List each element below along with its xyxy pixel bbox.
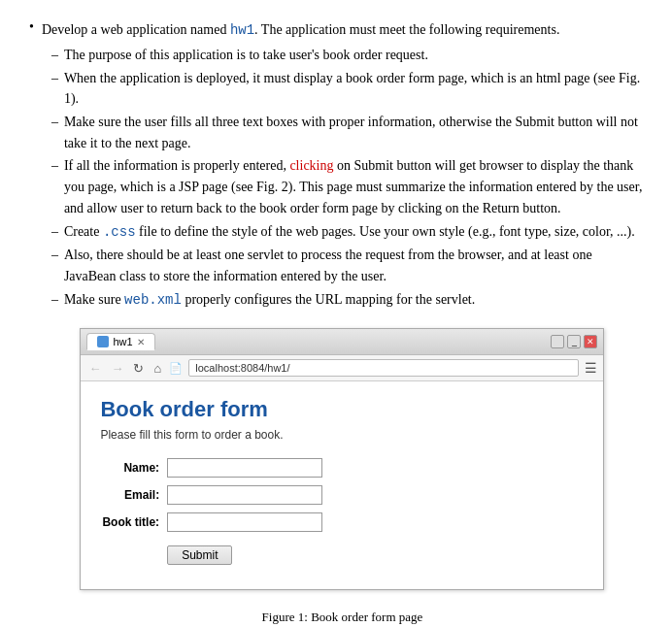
sub-text-6: Also, there should be at least one servl…	[64, 245, 643, 286]
window-controls: _ ✕	[551, 335, 597, 348]
name-row: Name:	[102, 455, 328, 480]
email-input[interactable]	[167, 485, 322, 505]
booktitle-row: Book title:	[102, 510, 328, 535]
booktitle-label: Book title:	[102, 510, 165, 535]
email-row: Email:	[102, 482, 328, 508]
sub-text-4: If all the information is properly enter…	[64, 155, 643, 218]
dash-6: –	[51, 245, 58, 286]
bullet-symbol: •	[29, 19, 34, 627]
sub-text-3: Make sure the user fills all three text …	[64, 112, 643, 153]
forward-button[interactable]: →	[109, 361, 125, 376]
submit-button[interactable]: Submit	[167, 545, 232, 565]
sub-text-1: The purpose of this application is to ta…	[64, 45, 643, 66]
dash-2: –	[51, 68, 58, 110]
dash-5: –	[51, 221, 58, 244]
restore-button[interactable]	[551, 335, 564, 348]
sub-item-4: – If all the information is properly ent…	[51, 155, 643, 218]
dash-7: –	[51, 289, 58, 312]
main-bullet-item: • Develop a web application named hw1. T…	[29, 19, 643, 627]
name-input[interactable]	[167, 458, 322, 478]
sub-text-2: When the application is deployed, it mus…	[64, 68, 643, 110]
browser-menu-icon[interactable]: ☰	[585, 360, 597, 376]
address-bar[interactable]	[188, 359, 579, 377]
webxml-code: web.xml	[124, 292, 182, 308]
app-name: hw1	[230, 22, 254, 38]
browser-page-content: Book order form Please fill this form to…	[81, 381, 603, 589]
browser-navbar: ← → ↻ ⌂ 📄 ☰	[81, 355, 603, 381]
sub-item-3: – Make sure the user fills all three tex…	[51, 112, 643, 153]
bullet-content: Develop a web application named hw1. The…	[42, 19, 643, 627]
close-button[interactable]: ✕	[584, 335, 597, 348]
minimize-button[interactable]: _	[567, 335, 581, 348]
sub-text-5: Create .css file to define the style of …	[64, 221, 643, 244]
back-button[interactable]: ←	[86, 361, 103, 376]
tab-close-button[interactable]: ✕	[137, 337, 145, 347]
form-title: Book order form	[100, 397, 584, 422]
intro-text: Develop a web application named hw1. The…	[42, 19, 643, 41]
page-icon: 📄	[169, 362, 183, 375]
dash-4: –	[51, 155, 58, 218]
reload-button[interactable]: ↻	[131, 361, 146, 376]
email-label: Email:	[102, 482, 165, 508]
sub-list: – The purpose of this application is to …	[51, 45, 643, 311]
sub-item-5: – Create .css file to define the style o…	[51, 221, 643, 244]
browser-mockup: hw1 ✕ _ ✕ ← → ↻ ⌂ 📄 ☰	[80, 328, 604, 590]
book-order-form: Name: Email: Book title: Submit	[100, 453, 330, 570]
sub-item-1: – The purpose of this application is to …	[51, 45, 643, 66]
booktitle-input[interactable]	[167, 512, 322, 532]
browser-tab[interactable]: hw1 ✕	[86, 333, 154, 350]
submit-row: Submit	[102, 537, 328, 568]
dash-1: –	[51, 45, 58, 66]
form-description: Please fill this form to order a book.	[100, 428, 584, 442]
css-code: .css	[103, 224, 136, 240]
figure-caption: Figure 1: Book order form page	[42, 608, 643, 627]
sub-item-6: – Also, there should be at least one ser…	[51, 245, 643, 286]
sub-text-7: Make sure web.xml properly configures th…	[64, 289, 643, 312]
browser-titlebar: hw1 ✕ _ ✕	[81, 329, 603, 355]
tab-favicon	[97, 336, 109, 347]
clicking-highlight: clicking	[289, 158, 333, 173]
tab-area: hw1 ✕	[86, 333, 545, 350]
sub-item-2: – When the application is deployed, it m…	[51, 68, 643, 110]
sub-item-7: – Make sure web.xml properly configures …	[51, 289, 643, 312]
tab-label: hw1	[113, 336, 132, 347]
name-label: Name:	[102, 455, 165, 480]
home-button[interactable]: ⌂	[151, 361, 163, 376]
dash-3: –	[51, 112, 58, 153]
